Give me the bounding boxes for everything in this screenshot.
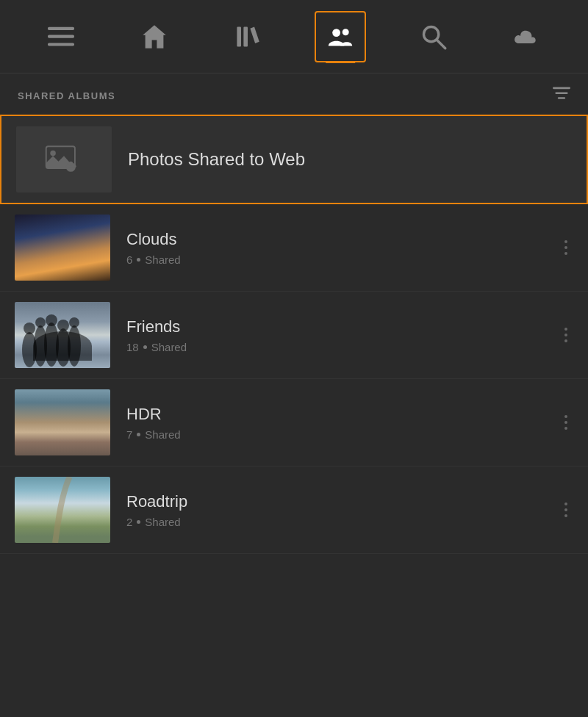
section-title: SHARED ALBUMS (18, 90, 115, 101)
svg-rect-4 (243, 26, 248, 46)
album-info-hdr: HDR 7 Shared (110, 405, 551, 441)
section-header: SHARED ALBUMS (0, 73, 588, 115)
album-thumb-clouds (15, 215, 110, 281)
svg-rect-10 (555, 92, 567, 94)
nav-menu[interactable] (35, 11, 87, 62)
svg-point-25 (69, 317, 79, 328)
meta-dot-3 (137, 433, 140, 436)
svg-point-20 (44, 323, 59, 367)
svg-rect-3 (237, 26, 241, 46)
album-thumb-hdr (15, 389, 110, 455)
album-item-friends[interactable]: Friends 18 Shared (0, 292, 588, 379)
album-name-friends: Friends (126, 317, 551, 336)
top-navigation (0, 0, 588, 73)
album-more-roadtrip[interactable] (559, 497, 573, 523)
meta-dot-2 (143, 345, 147, 349)
svg-rect-0 (48, 26, 74, 29)
album-name-roadtrip: Roadtrip (126, 492, 551, 511)
featured-album-thumb (16, 126, 112, 192)
svg-point-19 (35, 317, 46, 328)
nav-home[interactable] (129, 11, 180, 62)
album-thumb-friends (15, 302, 110, 368)
album-meta-friends: 18 Shared (126, 341, 551, 353)
album-meta-clouds: 6 Shared (126, 253, 551, 266)
album-info-clouds: Clouds 6 Shared (110, 230, 551, 266)
svg-rect-9 (553, 87, 570, 90)
album-list: Clouds 6 Shared (0, 204, 588, 554)
featured-album[interactable]: Photos Shared to Web (0, 115, 588, 204)
album-meta-roadtrip: 2 Shared (126, 516, 551, 528)
svg-point-13 (50, 151, 55, 156)
album-more-hdr[interactable] (559, 409, 573, 436)
featured-album-info: Photos Shared to Web (112, 149, 572, 170)
svg-rect-2 (48, 43, 74, 46)
svg-point-21 (46, 314, 57, 326)
content-area: SHARED ALBUMS Photos Shared to Web (0, 73, 588, 717)
svg-point-23 (57, 320, 69, 331)
album-more-friends[interactable] (559, 322, 573, 348)
album-info-roadtrip: Roadtrip 2 Shared (110, 492, 551, 528)
svg-point-17 (24, 323, 35, 334)
featured-album-name: Photos Shared to Web (128, 149, 572, 170)
nav-search[interactable] (408, 11, 459, 62)
album-name-clouds: Clouds (126, 230, 551, 249)
album-meta-hdr: 7 Shared (126, 428, 551, 441)
svg-line-8 (437, 40, 445, 48)
svg-point-18 (34, 325, 47, 367)
svg-point-24 (68, 325, 81, 367)
meta-dot (137, 258, 140, 262)
album-item-roadtrip[interactable]: Roadtrip 2 Shared (0, 466, 588, 554)
svg-point-22 (56, 328, 71, 367)
svg-point-6 (343, 29, 349, 35)
nav-library[interactable] (222, 11, 273, 62)
album-item-hdr[interactable]: HDR 7 Shared (0, 379, 588, 466)
svg-point-5 (332, 29, 340, 37)
album-info-friends: Friends 18 Shared (110, 317, 551, 353)
album-item-clouds[interactable]: Clouds 6 Shared (0, 204, 588, 292)
album-thumb-roadtrip (15, 477, 110, 543)
nav-cloud[interactable] (501, 11, 553, 62)
album-more-clouds[interactable] (559, 234, 573, 261)
meta-dot-4 (137, 520, 140, 524)
svg-rect-11 (558, 97, 565, 99)
album-name-hdr: HDR (126, 405, 551, 424)
filter-button[interactable] (553, 87, 570, 104)
svg-point-15 (69, 162, 74, 166)
svg-rect-1 (48, 35, 74, 37)
nav-shared[interactable] (315, 11, 366, 62)
